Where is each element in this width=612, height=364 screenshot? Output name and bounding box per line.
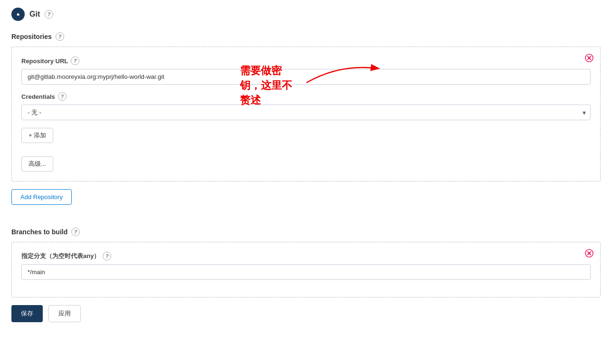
git-help-icon[interactable]: ?	[45, 10, 53, 19]
branch-label-row: 指定分支（为空时代表any） ?	[21, 252, 591, 260]
branches-section-header: Branches to build ?	[11, 228, 601, 236]
add-credentials-row: + 添加	[21, 128, 591, 149]
branch-card-close-button[interactable]	[584, 248, 594, 259]
credentials-field-group: Credentials ? - 无 - ▾ 需要做密钥，这里不赘述	[21, 92, 591, 120]
branch-input[interactable]	[21, 264, 591, 280]
advanced-button[interactable]: 高级...	[21, 156, 53, 172]
git-header: ● Git ?	[11, 8, 601, 21]
branch-field-group: 指定分支（为空时代表any） ?	[21, 252, 591, 280]
repository-card-close-button[interactable]	[584, 53, 594, 63]
repositories-section-header: Repositories ?	[11, 32, 601, 41]
branches-label: Branches to build	[11, 228, 67, 236]
credentials-help-icon[interactable]: ?	[58, 92, 67, 101]
advanced-button-label: 高级...	[29, 160, 46, 168]
repository-url-input[interactable]	[21, 69, 591, 85]
apply-button-label: 应用	[58, 310, 71, 317]
git-title: Git	[29, 10, 40, 19]
credentials-select[interactable]: - 无 -	[21, 105, 591, 120]
add-repository-button-label: Add Repository	[20, 193, 63, 201]
save-button-label: 保存	[21, 310, 33, 317]
branch-card: 指定分支（为空时代表any） ?	[11, 242, 601, 297]
apply-button[interactable]: 应用	[48, 305, 81, 322]
repository-url-label-row: Repository URL ?	[21, 57, 591, 65]
advanced-row: 高级...	[21, 156, 591, 172]
repositories-label: Repositories	[11, 33, 52, 40]
add-repository-row: Add Repository	[11, 189, 601, 216]
branches-section: Branches to build ? 指定分支（为空时代表any） ?	[11, 228, 601, 297]
credentials-select-wrapper: - 无 - ▾	[21, 105, 591, 120]
save-button[interactable]: 保存	[11, 305, 43, 322]
add-credentials-button-label: + 添加	[29, 131, 46, 140]
credentials-label: Credentials	[21, 93, 55, 100]
repository-url-help-icon[interactable]: ?	[71, 57, 79, 65]
repository-url-field-group: Repository URL ?	[21, 57, 591, 85]
add-credentials-button[interactable]: + 添加	[21, 128, 53, 143]
repository-url-label: Repository URL	[21, 57, 68, 65]
repositories-help-icon[interactable]: ?	[56, 32, 64, 41]
repository-card: Repository URL ? Credentials ? - 无 - ▾ 需…	[11, 47, 601, 182]
add-repository-button[interactable]: Add Repository	[11, 189, 72, 205]
git-icon: ●	[11, 8, 25, 21]
bottom-buttons-row: 保存 应用	[11, 305, 601, 322]
branch-label: 指定分支（为空时代表any）	[21, 252, 100, 260]
branch-help-icon[interactable]: ?	[103, 252, 111, 260]
credentials-label-row: Credentials ?	[21, 92, 591, 101]
branches-help-icon[interactable]: ?	[71, 228, 80, 236]
